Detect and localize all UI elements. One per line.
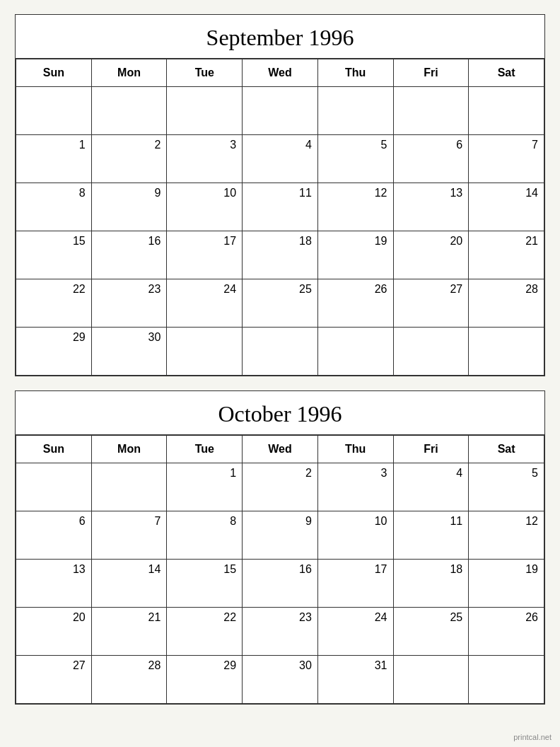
col-header-thu: Thu: [317, 436, 393, 463]
calendar-day: 5: [469, 463, 544, 511]
calendar-day: 17: [167, 231, 243, 279]
calendar-day: 19: [469, 560, 544, 608]
calendar-day: 3: [317, 463, 393, 511]
calendar-day: 23: [243, 608, 318, 656]
calendar-day: [393, 87, 469, 135]
calendar-day: 19: [317, 231, 393, 279]
calendar-day: 5: [317, 135, 393, 183]
calendar-day: 2: [91, 135, 167, 183]
calendar-day: 30: [243, 656, 318, 704]
calendar-day: 7: [91, 511, 167, 560]
calendar-day: 2: [243, 463, 318, 511]
calendar-day: [469, 656, 544, 704]
calendar-day: 30: [91, 328, 167, 376]
calendar-day: 25: [393, 608, 469, 656]
col-header-mon: Mon: [91, 436, 167, 463]
october-title: October 1996: [16, 391, 544, 435]
calendar-day: 14: [469, 183, 544, 231]
col-header-sat: Sat: [469, 436, 544, 463]
col-header-fri: Fri: [393, 436, 469, 463]
calendar-day: 9: [91, 183, 167, 231]
calendar-day: [317, 328, 393, 376]
october-calendar: October 1996 Sun Mon Tue Wed Thu Fri Sat…: [15, 390, 545, 705]
col-header-wed: Wed: [243, 59, 318, 87]
september-calendar: September 1996 Sun Mon Tue Wed Thu Fri S…: [15, 14, 545, 376]
calendar-day: 26: [469, 608, 544, 656]
calendar-day: 21: [91, 608, 167, 656]
calendar-day: 3: [167, 135, 243, 183]
watermark: printcal.net: [513, 733, 552, 741]
calendar-day: 22: [167, 608, 243, 656]
col-header-mon: Mon: [91, 59, 167, 87]
calendar-day: 16: [91, 231, 167, 279]
calendar-day: 13: [393, 183, 469, 231]
calendar-day: 28: [91, 656, 167, 704]
calendar-day: [469, 328, 544, 376]
calendar-day: 20: [393, 231, 469, 279]
calendar-day: [91, 463, 167, 511]
col-header-sun: Sun: [16, 436, 92, 463]
calendar-day: 1: [16, 135, 92, 183]
calendar-day: [243, 328, 318, 376]
calendar-day: [317, 87, 393, 135]
calendar-day: 17: [317, 560, 393, 608]
calendar-day: 23: [91, 279, 167, 328]
september-title: September 1996: [16, 15, 544, 59]
calendar-day: 24: [317, 608, 393, 656]
calendar-day: 12: [317, 183, 393, 231]
col-header-sun: Sun: [16, 59, 92, 87]
calendar-day: 21: [469, 231, 544, 279]
calendar-day: 9: [243, 511, 318, 560]
calendar-day: 27: [393, 279, 469, 328]
calendar-day: [167, 87, 243, 135]
calendar-day: 14: [91, 560, 167, 608]
calendar-day: 18: [243, 231, 318, 279]
calendar-day: 15: [167, 560, 243, 608]
calendar-day: [393, 328, 469, 376]
calendar-day: 22: [16, 279, 92, 328]
calendar-day: 6: [393, 135, 469, 183]
calendar-day: 13: [16, 560, 92, 608]
calendar-day: 1: [167, 463, 243, 511]
calendar-day: [243, 87, 318, 135]
calendar-day: 10: [317, 511, 393, 560]
col-header-tue: Tue: [167, 59, 243, 87]
calendar-day: 7: [469, 135, 544, 183]
col-header-thu: Thu: [317, 59, 393, 87]
calendar-day: 4: [393, 463, 469, 511]
col-header-tue: Tue: [167, 436, 243, 463]
col-header-fri: Fri: [393, 59, 469, 87]
calendar-day: 4: [243, 135, 318, 183]
col-header-sat: Sat: [469, 59, 544, 87]
calendar-day: 24: [167, 279, 243, 328]
calendar-day: [167, 328, 243, 376]
col-header-wed: Wed: [243, 436, 318, 463]
calendar-day: 15: [16, 231, 92, 279]
calendar-day: 12: [469, 511, 544, 560]
calendar-day: 6: [16, 511, 92, 560]
calendar-day: 31: [317, 656, 393, 704]
calendar-day: 29: [167, 656, 243, 704]
calendar-day: 10: [167, 183, 243, 231]
calendar-day: 16: [243, 560, 318, 608]
calendar-day: 20: [16, 608, 92, 656]
calendar-day: [91, 87, 167, 135]
calendar-day: 8: [167, 511, 243, 560]
calendar-day: 25: [243, 279, 318, 328]
calendar-day: 11: [243, 183, 318, 231]
calendar-day: [469, 87, 544, 135]
calendar-day: [16, 463, 92, 511]
calendar-day: [16, 87, 92, 135]
calendar-day: 18: [393, 560, 469, 608]
calendar-day: 8: [16, 183, 92, 231]
calendar-day: [393, 656, 469, 704]
calendar-day: 26: [317, 279, 393, 328]
calendar-day: 28: [469, 279, 544, 328]
calendar-day: 29: [16, 328, 92, 376]
calendar-day: 11: [393, 511, 469, 560]
calendar-day: 27: [16, 656, 92, 704]
